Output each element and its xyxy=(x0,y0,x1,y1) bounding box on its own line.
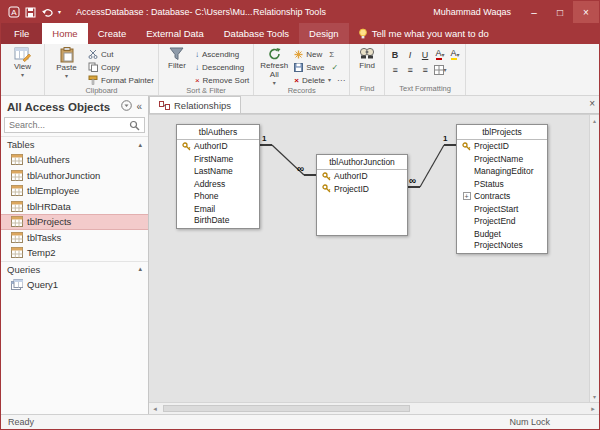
nav-search-box[interactable] xyxy=(4,117,145,133)
field-row[interactable]: Email xyxy=(177,203,259,216)
close-document-icon[interactable]: × xyxy=(589,98,595,109)
shutter-bar-icon[interactable]: « xyxy=(136,101,142,112)
table-box-tblAuthers[interactable]: tblAuthers AuthorID FirstName LastName A… xyxy=(176,124,260,229)
field-row[interactable]: ProjectID xyxy=(457,140,547,153)
horizontal-scrollbar[interactable]: ◂ ▸ xyxy=(149,402,599,414)
nav-item-tblAuthorJunction[interactable]: tblAuthorJunction xyxy=(1,168,148,184)
field-row[interactable]: AuthorID xyxy=(317,170,407,183)
copy-button[interactable]: Copy xyxy=(87,61,155,73)
minimize-button[interactable]: – xyxy=(521,1,547,23)
field-row[interactable]: ProjectName xyxy=(457,153,547,166)
table-box-title[interactable]: tblAuthorJunction xyxy=(317,155,407,170)
ascending-button[interactable]: ↓ Ascending xyxy=(194,48,250,60)
tab-database-tools[interactable]: Database Tools xyxy=(214,23,299,44)
more-icon[interactable]: ⋯ xyxy=(337,76,345,85)
spelling-icon[interactable]: ✓ xyxy=(332,63,339,72)
totals-icon[interactable]: Σ xyxy=(329,50,334,59)
align-right-button[interactable]: ≡ xyxy=(418,63,432,76)
field-row[interactable]: BirthDate xyxy=(177,215,259,228)
scroll-up-icon[interactable]: ▴ xyxy=(593,117,596,124)
delete-record-button[interactable]: × Delete ▾ ⋯ xyxy=(293,74,346,86)
field-row[interactable]: ProjectEnd xyxy=(457,215,547,228)
gridlines-button[interactable]: ▾ xyxy=(433,63,447,76)
descending-button[interactable]: ↓ Descending xyxy=(194,61,250,73)
relationships-canvas[interactable]: 1 ∞ 1 ∞ tblAuthers AuthorID Fir xyxy=(149,114,599,402)
field-name: AuthorID xyxy=(194,141,228,151)
nav-item-tblProjects[interactable]: tblProjects xyxy=(1,214,148,230)
field-row[interactable]: ProjectNotes xyxy=(457,240,547,253)
field-row[interactable]: ProjectStart xyxy=(457,203,547,216)
field-name: Budget xyxy=(474,229,501,239)
field-row[interactable]: PStatus xyxy=(457,178,547,191)
field-row[interactable]: Budget xyxy=(457,228,547,241)
nav-item-tblAuthers[interactable]: tblAuthers xyxy=(1,152,148,168)
refresh-dropdown-icon: ▾ xyxy=(273,80,276,86)
align-center-button[interactable]: ≡ xyxy=(403,63,417,76)
nav-section-tables[interactable]: Tables ▴ xyxy=(1,136,148,152)
save-record-button[interactable]: Save ✓ xyxy=(293,61,346,73)
ribbon: View ▾ Paste ▾ Cut xyxy=(1,44,599,96)
relationships-tab[interactable]: Relationships xyxy=(149,96,241,113)
scroll-left-icon[interactable]: ◂ xyxy=(149,405,161,413)
nav-item-tblEmployee[interactable]: tblEmployee xyxy=(1,183,148,199)
underline-button[interactable]: U xyxy=(418,48,432,61)
close-button[interactable]: × xyxy=(573,1,599,23)
nav-pane-title[interactable]: All Access Objects xyxy=(7,101,117,113)
maximize-button[interactable]: □ xyxy=(547,1,573,23)
table-box-tblProjects[interactable]: tblProjects ProjectID ProjectName Managi… xyxy=(456,124,548,254)
tab-file[interactable]: File xyxy=(1,23,42,44)
nav-section-queries[interactable]: Queries ▴ xyxy=(1,261,148,277)
nav-item-tblTasks[interactable]: tblTasks xyxy=(1,230,148,246)
cut-button[interactable]: Cut xyxy=(87,48,155,60)
nav-item-Query1[interactable]: Query1 xyxy=(1,277,148,293)
bold-button[interactable]: B xyxy=(388,48,402,61)
field-name: FirstName xyxy=(194,154,233,164)
refresh-all-button[interactable]: Refresh All ▾ xyxy=(257,46,291,86)
font-color-button[interactable]: A▾ xyxy=(433,48,447,61)
expand-icon[interactable]: + xyxy=(462,192,471,200)
qat-customize-icon[interactable]: ▾ xyxy=(58,9,61,15)
scroll-right-icon[interactable]: ▸ xyxy=(587,405,599,413)
field-row[interactable]: + Contracts xyxy=(457,190,547,203)
signed-in-user[interactable]: Muhammad Waqas xyxy=(433,7,511,17)
tell-me-box[interactable]: Tell me what you want to do xyxy=(349,23,498,44)
field-row[interactable]: FirstName xyxy=(177,153,259,166)
scrollbar-track[interactable] xyxy=(161,403,587,414)
tab-design[interactable]: Design xyxy=(299,23,349,44)
remove-sort-button[interactable]: × Remove Sort xyxy=(194,74,250,86)
vertical-scrollbar[interactable]: ▴ ▾ xyxy=(589,115,599,402)
save-icon[interactable] xyxy=(25,7,36,18)
nav-item-label: Temp2 xyxy=(27,247,56,258)
scroll-down-icon[interactable]: ▾ xyxy=(593,393,596,400)
nav-item-Temp2[interactable]: Temp2 xyxy=(1,245,148,261)
field-row[interactable]: ProjectID xyxy=(317,183,407,196)
nav-item-tblHRData[interactable]: tblHRData xyxy=(1,199,148,215)
table-box-tblAuthorJunction[interactable]: tblAuthorJunction AuthorID ProjectID xyxy=(316,154,408,236)
format-painter-button[interactable]: Format Painter xyxy=(87,74,155,86)
document-area: Relationships × 1 ∞ 1 ∞ xyxy=(149,96,599,414)
tab-create[interactable]: Create xyxy=(88,23,137,44)
field-row[interactable]: AuthorID xyxy=(177,140,259,153)
tab-home[interactable]: Home xyxy=(42,23,87,44)
scrollbar-thumb[interactable] xyxy=(163,405,410,412)
table-box-title[interactable]: tblProjects xyxy=(457,125,547,140)
field-row[interactable]: LastName xyxy=(177,165,259,178)
nav-menu-icon[interactable] xyxy=(121,100,132,113)
search-icon[interactable] xyxy=(129,120,140,131)
view-button[interactable]: View ▾ xyxy=(4,46,41,93)
field-row[interactable]: Phone xyxy=(177,190,259,203)
field-row[interactable]: ManagingEditor xyxy=(457,165,547,178)
copy-icon xyxy=(88,62,98,72)
paste-button[interactable]: Paste ▾ xyxy=(48,46,85,86)
filter-button[interactable]: Filter xyxy=(162,46,192,86)
highlight-button[interactable]: A▾ xyxy=(448,48,462,61)
table-box-title[interactable]: tblAuthers xyxy=(177,125,259,140)
undo-icon[interactable] xyxy=(41,7,53,18)
find-button[interactable]: Find xyxy=(353,46,381,84)
italic-button[interactable]: I xyxy=(403,48,417,61)
search-input[interactable] xyxy=(9,120,129,130)
field-row[interactable]: Address xyxy=(177,178,259,191)
new-record-button[interactable]: New Σ xyxy=(293,48,346,60)
align-left-button[interactable]: ≡ xyxy=(388,63,402,76)
tab-external-data[interactable]: External Data xyxy=(136,23,214,44)
